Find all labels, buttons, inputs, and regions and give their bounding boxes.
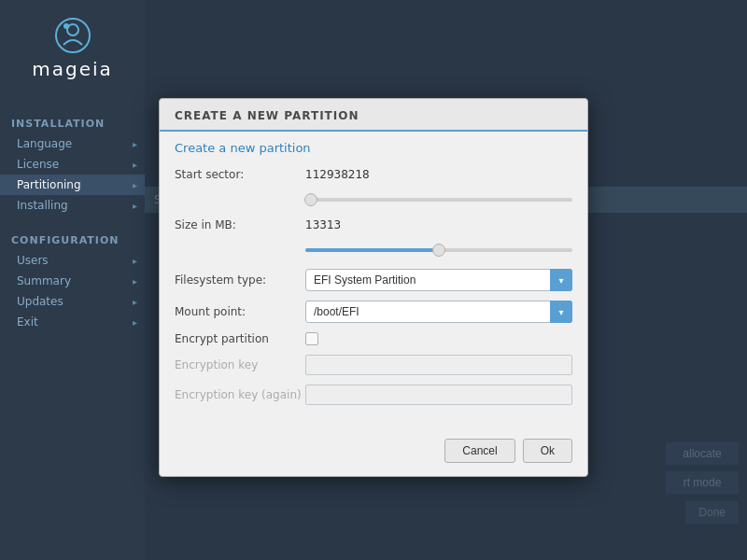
filesystem-type-select-container: EFI System Partition ext4 ext3 swap FAT3… — [305, 269, 572, 291]
sidebar-item-summary-label: Summary — [17, 274, 71, 287]
start-sector-slider-track — [305, 198, 572, 202]
size-mb-row: Size in MB: 13313 — [175, 218, 572, 231]
mageia-logo-icon — [54, 17, 92, 54]
logo-text: mageia — [32, 58, 113, 80]
sidebar-item-language[interactable]: Language ▸ — [0, 133, 145, 154]
sidebar-item-language-label: Language — [17, 137, 72, 150]
cancel-button[interactable]: Cancel — [444, 439, 514, 463]
size-mb-slider-container[interactable] — [305, 241, 572, 259]
encrypt-partition-checkbox[interactable] — [305, 332, 318, 345]
encryption-key-again-input[interactable] — [305, 385, 572, 405]
encryption-key-row: Encryption key — [175, 355, 572, 375]
start-sector-value: 112938218 — [305, 168, 572, 181]
dialog-subtitle: Create a new partition — [175, 141, 572, 155]
size-mb-label: Size in MB: — [175, 218, 305, 231]
filesystem-type-select[interactable]: EFI System Partition ext4 ext3 swap FAT3… — [305, 269, 572, 291]
svg-point-2 — [63, 23, 69, 29]
size-mb-slider-row — [175, 241, 572, 259]
mount-point-row: Mount point: /boot/EFI /boot / /home ▾ — [175, 301, 572, 323]
main-area: System Partition allocate rt mode Done C… — [145, 0, 747, 560]
sidebar-item-installing-label: Installing — [17, 199, 68, 212]
encryption-key-label: Encryption key — [175, 358, 305, 371]
dialog-body: Create a new partition Start sector: 112… — [160, 132, 587, 429]
sidebar-item-users-label: Users — [17, 254, 49, 267]
encrypt-partition-row: Encrypt partition — [175, 332, 572, 345]
summary-arrow-icon: ▸ — [133, 276, 137, 287]
start-sector-slider-thumb[interactable] — [304, 193, 317, 206]
partitioning-arrow-icon: ▸ — [133, 180, 137, 190]
filesystem-type-row: Filesystem type: EFI System Partition ex… — [175, 269, 572, 291]
installation-section-title: INSTALLATION — [0, 106, 145, 133]
encryption-key-input[interactable] — [305, 355, 572, 375]
ok-button[interactable]: Ok — [523, 439, 572, 463]
encryption-key-again-label: Encryption key (again) — [175, 388, 305, 401]
sidebar-item-license[interactable]: License ▸ — [0, 154, 145, 175]
users-arrow-icon: ▸ — [133, 256, 137, 266]
start-sector-slider-container[interactable] — [305, 190, 572, 209]
sidebar: mageia INSTALLATION Language ▸ License ▸… — [0, 0, 145, 560]
sidebar-item-partitioning-label: Partitioning — [17, 178, 81, 191]
installing-arrow-icon: ▸ — [133, 201, 137, 211]
dialog-footer: Cancel Ok — [160, 429, 587, 476]
sidebar-item-updates-label: Updates — [17, 295, 63, 308]
filesystem-type-label: Filesystem type: — [175, 273, 305, 287]
size-mb-value: 13313 — [305, 218, 572, 231]
size-mb-slider-thumb[interactable] — [432, 244, 445, 257]
sidebar-item-partitioning[interactable]: Partitioning ▸ — [0, 175, 145, 195]
sidebar-item-license-label: License — [17, 158, 59, 171]
mount-point-select-container: /boot/EFI /boot / /home ▾ — [305, 301, 572, 323]
start-sector-row: Start sector: 112938218 — [175, 168, 572, 181]
encrypt-partition-checkbox-container — [305, 332, 572, 345]
logo-area: mageia — [32, 0, 113, 99]
configuration-section-title: CONFIGURATION — [0, 223, 145, 250]
start-sector-label: Start sector: — [175, 168, 305, 181]
sidebar-item-installing[interactable]: Installing ▸ — [0, 195, 145, 216]
encrypt-partition-label: Encrypt partition — [175, 332, 305, 345]
create-partition-dialog: CREATE A NEW PARTITION Create a new part… — [159, 98, 588, 477]
sidebar-item-exit-label: Exit — [17, 315, 38, 329]
sidebar-item-exit[interactable]: Exit ▸ — [0, 312, 145, 332]
encryption-key-again-row: Encryption key (again) — [175, 385, 572, 405]
sidebar-item-summary[interactable]: Summary ▸ — [0, 271, 145, 291]
mount-point-label: Mount point: — [175, 305, 305, 318]
exit-arrow-icon: ▸ — [133, 317, 137, 328]
sidebar-item-users[interactable]: Users ▸ — [0, 250, 145, 271]
updates-arrow-icon: ▸ — [133, 297, 137, 307]
language-arrow-icon: ▸ — [133, 139, 137, 149]
size-mb-slider-track — [305, 248, 572, 252]
start-sector-slider-row — [175, 190, 572, 209]
dialog-header-title: CREATE A NEW PARTITION — [175, 109, 359, 122]
dialog-header: CREATE A NEW PARTITION — [160, 99, 587, 132]
license-arrow-icon: ▸ — [133, 160, 137, 170]
mount-point-select[interactable]: /boot/EFI /boot / /home — [305, 301, 572, 323]
sidebar-item-updates[interactable]: Updates ▸ — [0, 291, 145, 312]
size-mb-slider-fill — [305, 248, 439, 252]
